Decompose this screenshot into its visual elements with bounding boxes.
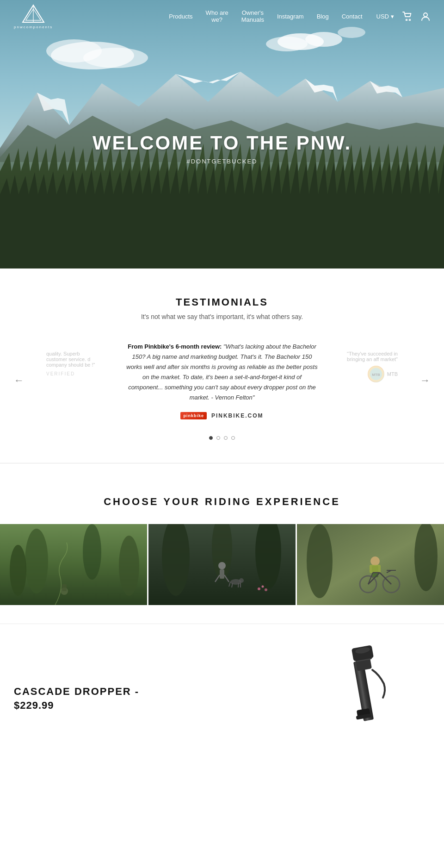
testimonials-subtitle: It's not what we say that's important, i… <box>0 313 444 320</box>
carousel-dot-3[interactable] <box>224 436 228 440</box>
nav-instagram[interactable]: Instagram <box>277 13 304 20</box>
testimonial-source-name: PINKBIKE.COM <box>211 412 264 419</box>
currency-selector[interactable]: USD ▾ <box>376 13 394 20</box>
carousel-dots <box>0 436 444 440</box>
svg-point-29 <box>10 545 26 596</box>
logo-text: pnwcomponents <box>14 25 53 29</box>
hero-hashtag: #DONTGETBUCKED <box>92 158 352 165</box>
svg-line-44 <box>238 583 239 587</box>
svg-point-51 <box>414 524 438 591</box>
testimonial-carousel: ← quality. Superb customer service. d co… <box>0 339 444 422</box>
carousel-dot-2[interactable] <box>216 436 220 440</box>
svg-rect-54 <box>370 565 381 573</box>
svg-rect-31 <box>62 584 67 591</box>
nav-owners-manuals[interactable]: Owner'sManuals <box>241 9 264 23</box>
verified-badge: VERIFIED <box>46 371 102 376</box>
enduro-image <box>148 524 296 605</box>
svg-point-36 <box>218 562 226 569</box>
hero-title: WELCOME TO THE PNW. <box>92 132 352 154</box>
svg-text:MTB: MTB <box>372 373 380 377</box>
svg-point-21 <box>424 13 427 17</box>
site-header: pnwcomponents Products Who arewe? Owner'… <box>0 0 444 32</box>
testimonials-title: TESTIMONIALS <box>0 296 444 308</box>
testimonial-text: From Pinkbike's 6-month review: "What's … <box>125 342 319 403</box>
svg-point-3 <box>83 48 148 68</box>
svg-point-6 <box>266 37 308 51</box>
svg-point-28 <box>119 536 139 596</box>
carousel-dot-1[interactable] <box>209 436 213 440</box>
mtb-logo: MTB <box>368 366 384 382</box>
testimonial-side-right: "They've succeeded in bringing an aff ma… <box>333 342 407 392</box>
testimonial-prev-button[interactable]: ← <box>9 370 29 391</box>
site-logo[interactable]: pnwcomponents <box>14 3 53 29</box>
header-actions: USD ▾ <box>376 12 430 21</box>
testimonial-side-left: quality. Superb customer service. d comp… <box>37 342 111 386</box>
user-icon <box>421 12 430 21</box>
riding-grid <box>0 524 444 605</box>
svg-point-52 <box>370 556 380 566</box>
riding-card-enduro[interactable] <box>148 524 296 605</box>
cart-icon <box>402 12 413 21</box>
gravel-image <box>297 524 444 605</box>
product-image-area <box>324 633 407 730</box>
cart-button[interactable] <box>402 12 413 21</box>
svg-point-5 <box>305 32 342 47</box>
svg-point-27 <box>83 524 101 580</box>
nav-blog[interactable]: Blog <box>317 13 329 20</box>
riding-card-trail[interactable] <box>0 524 147 605</box>
nav-products[interactable]: Products <box>169 13 192 20</box>
svg-point-20 <box>409 19 411 21</box>
section-divider-1 <box>0 463 444 463</box>
testimonial-next-button[interactable]: → <box>415 370 435 391</box>
hero-section: WELCOME TO THE PNW. #DONTGETBUCKED <box>0 0 444 269</box>
svg-point-41 <box>239 578 244 583</box>
product-section: CASCADE DROPPER - $229.99 <box>0 624 444 730</box>
svg-point-26 <box>25 529 48 593</box>
pinkbike-logo: pinkbike <box>180 412 207 419</box>
trail-image <box>0 524 147 605</box>
riding-card-gravel[interactable] <box>297 524 444 605</box>
nav-who-are-we[interactable]: Who arewe? <box>206 9 228 23</box>
pinkbike-badge: pinkbike <box>180 412 207 419</box>
testimonial-main: From Pinkbike's 6-month review: "What's … <box>111 342 333 420</box>
riding-section: CHOOSE YOUR RIDING EXPERIENCE <box>0 468 444 624</box>
logo-icon <box>22 3 45 24</box>
main-nav: Products Who arewe? Owner'sManuals Insta… <box>169 9 362 23</box>
svg-point-50 <box>307 524 333 598</box>
side-logo-right: MTB MTB <box>342 366 398 382</box>
svg-point-19 <box>406 19 407 21</box>
carousel-dot-4[interactable] <box>231 436 235 440</box>
svg-point-47 <box>262 586 264 588</box>
riding-title: CHOOSE YOUR RIDING EXPERIENCE <box>0 496 444 508</box>
nav-contact[interactable]: Contact <box>342 13 363 20</box>
svg-rect-37 <box>220 569 224 579</box>
product-image <box>333 633 398 730</box>
svg-point-48 <box>265 588 267 591</box>
svg-point-46 <box>258 587 260 590</box>
hero-content: WELCOME TO THE PNW. #DONTGETBUCKED <box>92 132 352 165</box>
testimonial-source: pinkbike PINKBIKE.COM <box>125 412 319 419</box>
testimonials-section: TESTIMONIALS It's not what we say that's… <box>0 269 444 458</box>
account-button[interactable] <box>421 12 430 21</box>
testimonials-track: quality. Superb customer service. d comp… <box>9 342 435 420</box>
